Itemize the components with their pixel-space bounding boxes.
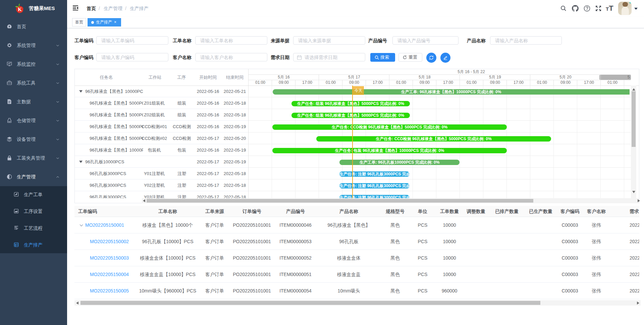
- svg-text:K: K: [18, 7, 22, 12]
